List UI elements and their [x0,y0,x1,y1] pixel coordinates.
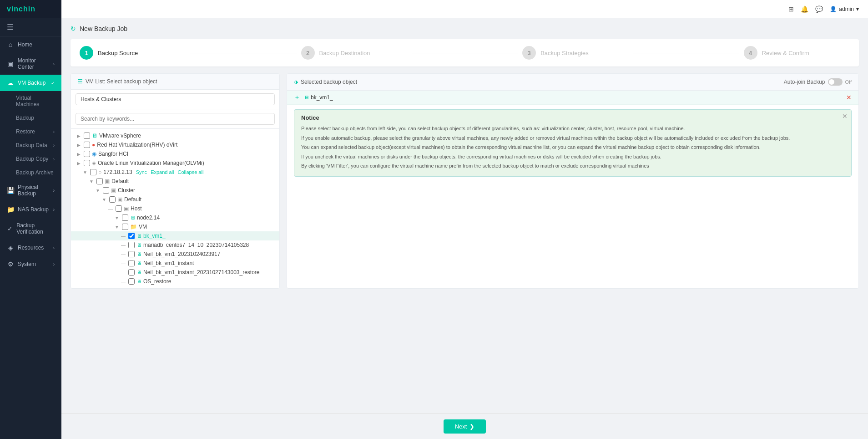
neil-restore-checkbox[interactable] [128,269,135,276]
ip-checkbox[interactable] [90,169,96,175]
tree-item-cluster[interactable]: ▼ ▣ Cluster [71,186,279,195]
sidebar-item-backup-copy[interactable]: Backup Copy › [0,152,61,166]
tree-item-bk-vm1[interactable]: — 🖥 bk_vm1_ [71,231,279,240]
tree-item-node2[interactable]: ▼ 🖥 node2.14 [71,213,279,222]
vm-folder-icon: 📁 [130,224,137,230]
vmware-checkbox[interactable] [84,133,90,139]
sidebar-item-home[interactable]: ⌂ Home [0,36,61,53]
ip-toggle[interactable]: ▼ [82,170,88,175]
tree-item-neil-restore[interactable]: — 🖥 Neil_bk_vm1_instant_20231027143003_r… [71,268,279,277]
oracle-toggle[interactable]: ▶ [76,161,82,166]
notice-box: Notice ✕ Please select backup objects fr… [294,109,852,177]
sidebar-item-home-label: Home [18,41,32,48]
add-icon[interactable]: ＋ [294,93,300,102]
search-input[interactable] [76,113,275,125]
os-restore-toggle: — [120,279,126,284]
cluster-icon: ▣ [111,187,116,194]
tree-item-neil-instant[interactable]: — 🖥 Neil_bk_vm1_instant [71,259,279,268]
sidebar-item-vm-backup[interactable]: ☁ VM Backup ✓ [0,75,61,91]
tree-item-sangfor[interactable]: ▶ ◉ Sangfor HCI [71,149,279,158]
sidebar-item-physical-backup-label: Physical Backup [18,184,53,197]
sidebar-item-backup[interactable]: Backup [0,111,61,125]
physical-backup-arrow: › [53,188,55,193]
host-checkbox[interactable] [116,205,122,212]
redhat-checkbox[interactable] [84,142,90,148]
auto-join-toggle[interactable]: Auto-join Backup Off [784,78,852,86]
sidebar-item-backup-data[interactable]: Backup Data › [0,138,61,152]
tree-item-mariadb[interactable]: — 🖥 mariadb_centos7_14_10_20230714105328 [71,240,279,250]
neil-instant-checkbox[interactable] [128,260,135,266]
tree-item-vmware[interactable]: ▶ 🖥 VMware vSphere [71,131,279,140]
notice-close-button[interactable]: ✕ [842,112,848,120]
sidebar-item-system[interactable]: ⚙ System › [0,256,61,272]
user-icon: 👤 [830,6,837,12]
oracle-checkbox[interactable] [84,160,90,166]
vmware-icon: 🖥 [92,133,97,139]
tree-item-oracle[interactable]: ▶ ◈ Oracle Linux Virtualization Manager(… [71,158,279,168]
host-icon: ▣ [124,205,129,212]
neil-restore-toggle: — [120,270,126,275]
tree-item-neil-bk-vm1[interactable]: — 🖥 Neil_bk_vm1_20231024023917 [71,250,279,259]
neil-instant-icon: 🖥 [136,260,141,266]
next-button[interactable]: Next ❯ [444,419,486,434]
tree-item-redhat[interactable]: ▶ ● Red Hat Virtualization(RHV) oVirt [71,140,279,149]
user-dropdown-arrow: ▾ [856,6,859,12]
right-panel-header: ⬗ Selected backup object Auto-join Backu… [287,74,858,91]
expand-all-link[interactable]: Expand all [151,169,174,175]
toggle-track[interactable] [828,78,843,86]
sidebar-item-backup-verification[interactable]: ✓ Backup Verification [0,218,61,240]
default1-checkbox[interactable] [96,178,103,184]
redhat-toggle[interactable]: ▶ [76,143,82,148]
remove-item-button[interactable]: ✕ [846,94,852,101]
notification-icon[interactable]: 🔔 [801,5,808,13]
vm-folder-checkbox[interactable] [122,224,128,230]
host-label: Host [131,205,142,212]
grid-icon[interactable]: ⊞ [788,5,794,13]
neil-icon: 🖥 [136,251,141,257]
sidebar-item-system-label: System [18,261,36,267]
message-icon[interactable]: 💬 [815,5,823,13]
node2-toggle[interactable]: ▼ [114,215,120,220]
vmware-toggle[interactable]: ▶ [76,133,82,138]
host-toggle: — [107,206,114,211]
sidebar-item-monitor-center[interactable]: ▣ Monitor Center › [0,53,61,75]
user-menu[interactable]: 👤 admin ▾ [830,6,859,12]
tree-item-vm-folder[interactable]: ▼ 📁 VM [71,222,279,231]
vm-folder-toggle[interactable]: ▼ [114,225,120,230]
cluster-checkbox[interactable] [103,187,109,194]
bk-vm1-icon: 🖥 [136,233,141,239]
tree-item-default2[interactable]: ▼ ▣ Default [71,195,279,204]
tree-item-default1[interactable]: ▼ ▣ Default [71,177,279,186]
mariadb-checkbox[interactable] [128,242,135,248]
default1-toggle[interactable]: ▼ [88,179,95,184]
steps-bar: 1 Backup Source 2 Backup Destination 3 B… [71,39,859,66]
sangfor-toggle[interactable]: ▶ [76,152,82,157]
node2-checkbox[interactable] [122,214,128,221]
neil-checkbox[interactable] [128,251,135,257]
sidebar-item-virtual-machines[interactable]: Virtual Machines [0,91,61,111]
sidebar-item-restore[interactable]: Restore › [0,125,61,138]
collapse-all-link[interactable]: Collapse all [178,169,204,175]
tree-item-ip[interactable]: ▼ ○ 172.18.2.13 Sync Expand all Collapse… [71,168,279,177]
toggle-thumb [829,79,834,85]
sidebar-item-resources[interactable]: ◈ Resources › [0,240,61,256]
sidebar-item-nas-backup[interactable]: 📁 NAS Backup › [0,201,61,218]
tree-item-host[interactable]: — ▣ Host [71,204,279,213]
default2-toggle[interactable]: ▼ [101,197,107,202]
hosts-clusters-dropdown[interactable]: Hosts & Clusters [76,93,275,105]
notice-list: Please select backup objects from left s… [301,125,844,170]
sangfor-checkbox[interactable] [84,151,90,157]
sidebar-item-backup-archive[interactable]: Backup Archive [0,166,61,179]
bk-vm1-checkbox[interactable] [128,233,135,239]
sidebar-item-physical-backup[interactable]: 💾 Physical Backup › [0,179,61,201]
menu-toggle[interactable]: ☰ [0,18,61,36]
tree-item-os-restore[interactable]: — 🖥 OS_restore [71,277,279,286]
cluster-label: Cluster [118,187,135,194]
monitor-icon: ▣ [7,60,14,67]
sync-link[interactable]: Sync [136,169,147,175]
tree-area: ▶ 🖥 VMware vSphere ▶ ● Red Hat Virtualiz… [71,129,279,288]
os-restore-checkbox[interactable] [128,278,135,285]
step-3-label: Backup Strategies [540,50,589,56]
cluster-toggle[interactable]: ▼ [95,188,101,193]
default2-checkbox[interactable] [109,196,116,203]
